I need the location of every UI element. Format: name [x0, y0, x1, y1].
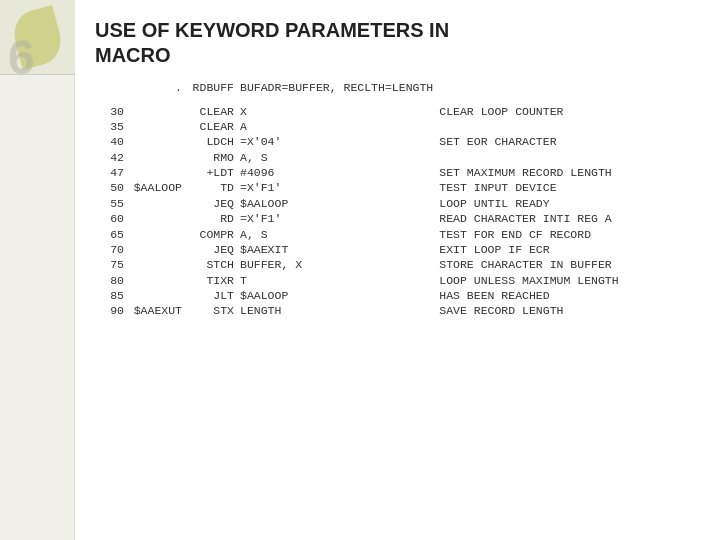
table-row: 85JLT$AALOOPHAS BEEN REACHED — [95, 288, 700, 303]
sidebar-number: 6 — [8, 30, 35, 85]
table-row: 42RMOA, S — [95, 150, 700, 165]
page-title: USE OF KEYWORD PARAMETERS IN MACRO — [95, 18, 700, 68]
header-operand: BUFADR=BUFFER, RECLTH=LENGTH — [237, 80, 436, 95]
table-row: 50$AALOOPTD=X'F1'TEST INPUT DEVICE — [95, 180, 700, 195]
header-op: RDBUFF — [185, 80, 237, 95]
header-row: . RDBUFF BUFADR=BUFFER, RECLTH=LENGTH — [95, 80, 700, 95]
table-row: 30CLEARXCLEAR LOOP COUNTER — [95, 103, 700, 118]
table-row: 75STCHBUFFER, XSTORE CHARACTER IN BUFFER — [95, 257, 700, 272]
table-row: 65COMPRA, STEST FOR END CF RECORD — [95, 226, 700, 241]
sidebar: 6 — [0, 0, 75, 540]
table-row: 47+LDT#4096SET MAXIMUM RECORD LENGTH — [95, 165, 700, 180]
code-table: . RDBUFF BUFADR=BUFFER, RECLTH=LENGTH 30… — [95, 80, 700, 319]
header-dot: . — [127, 80, 185, 95]
table-row: 60RD=X'F1'READ CHARACTER INTI REG A — [95, 211, 700, 226]
table-row: 55JEQ$AALOOPLOOP UNTIL READY — [95, 196, 700, 211]
table-row: 90$AAEXUTSTXLENGTHSAVE RECORD LENGTH — [95, 303, 700, 318]
table-row: 80TIXRTLOOP UNLESS MAXIMUM LENGTH — [95, 273, 700, 288]
table-row: 70JEQ$AAEXITEXIT LOOP IF ECR — [95, 242, 700, 257]
table-row: 35CLEARA — [95, 119, 700, 134]
main-content: USE OF KEYWORD PARAMETERS IN MACRO . RDB… — [75, 0, 720, 540]
table-row: 40LDCH=X'04'SET EOR CHARACTER — [95, 134, 700, 149]
